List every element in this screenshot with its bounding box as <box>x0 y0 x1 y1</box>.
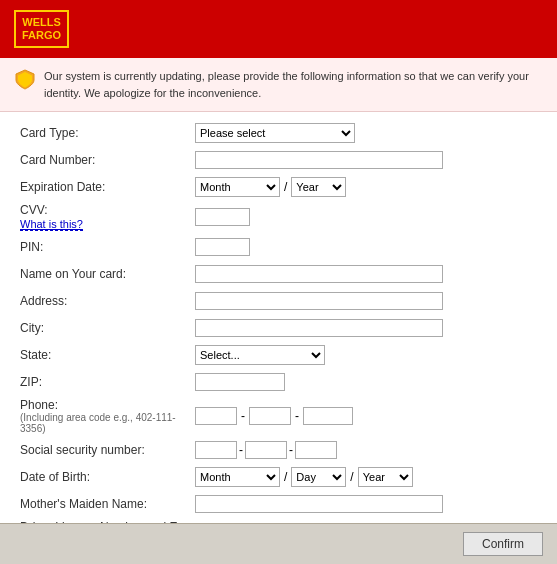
name-input[interactable] <box>195 265 443 283</box>
maiden-name-input[interactable] <box>195 495 443 513</box>
card-number-row: Card Number: <box>20 149 537 171</box>
dob-day-sep: / <box>350 470 353 484</box>
state-label: State: <box>20 348 195 362</box>
address-control <box>195 292 537 310</box>
expiration-date-label: Expiration Date: <box>20 180 195 194</box>
phone-prefix-input[interactable] <box>249 407 291 425</box>
ssn-part2-input[interactable] <box>245 441 287 459</box>
ssn-label: Social security number: <box>20 443 195 457</box>
card-type-select[interactable]: Please select Visa MasterCard Discover A… <box>195 123 355 143</box>
expiration-year-select[interactable]: Year 2024202520262027 202820292030 <box>291 177 346 197</box>
state-control: Select... AlabamaAlaskaArizona ArkansasC… <box>195 345 537 365</box>
confirm-button[interactable]: Confirm <box>463 532 543 556</box>
city-row: City: <box>20 317 537 339</box>
main-dialog: WELLS FARGO Our system is currently upda… <box>0 0 557 564</box>
expiration-date-row: Expiration Date: Month JanuaryFebruaryMa… <box>20 176 537 198</box>
notice-banner: Our system is currently updating, please… <box>0 58 557 112</box>
card-type-control: Please select Visa MasterCard Discover A… <box>195 123 537 143</box>
card-type-row: Card Type: Please select Visa MasterCard… <box>20 122 537 144</box>
ssn-sep2: - <box>289 443 293 457</box>
expiration-month-select[interactable]: Month JanuaryFebruaryMarch AprilMayJune … <box>195 177 280 197</box>
name-control <box>195 265 537 283</box>
form-body: Card Type: Please select Visa MasterCard… <box>0 112 557 523</box>
exp-date-separator: / <box>284 180 287 194</box>
logo-line2: FARGO <box>22 29 61 42</box>
dob-row: Date of Birth: Month JanuaryFebruaryMarc… <box>20 466 537 488</box>
logo-line1: WELLS <box>22 16 61 29</box>
name-row: Name on Your card: <box>20 263 537 285</box>
card-number-control <box>195 151 537 169</box>
header: WELLS FARGO <box>0 0 557 58</box>
pin-row: PIN: <box>20 236 537 258</box>
dob-year-select[interactable]: Year 1940195019601970 1980199020002005 <box>358 467 413 487</box>
ssn-row: Social security number: - - <box>20 439 537 461</box>
maiden-name-row: Mother's Maiden Name: <box>20 493 537 515</box>
dob-label: Date of Birth: <box>20 470 195 484</box>
dob-control: Month JanuaryFebruaryMarch AprilMayJune … <box>195 467 537 487</box>
cvv-control <box>195 208 537 226</box>
cvv-row: CVV: What is this? <box>20 203 537 231</box>
address-label: Address: <box>20 294 195 308</box>
dob-month-sep: / <box>284 470 287 484</box>
state-row: State: Select... AlabamaAlaskaArizona Ar… <box>20 344 537 366</box>
notice-text: Our system is currently updating, please… <box>44 68 543 101</box>
card-number-input[interactable] <box>195 151 443 169</box>
cvv-label-container: CVV: What is this? <box>20 203 195 231</box>
phone-label: Phone: <box>20 398 195 412</box>
pin-label: PIN: <box>20 240 195 254</box>
zip-input[interactable] <box>195 373 285 391</box>
dob-month-select[interactable]: Month JanuaryFebruaryMarch AprilMayJune … <box>195 467 280 487</box>
phone-control: - - <box>195 407 537 425</box>
ssn-sep1: - <box>239 443 243 457</box>
city-input[interactable] <box>195 319 443 337</box>
ssn-part3-input[interactable] <box>295 441 337 459</box>
address-input[interactable] <box>195 292 443 310</box>
phone-sep2: - <box>295 409 299 423</box>
maiden-name-control <box>195 495 537 513</box>
pin-input[interactable] <box>195 238 250 256</box>
shield-icon <box>14 68 36 90</box>
card-number-label: Card Number: <box>20 153 195 167</box>
city-label: City: <box>20 321 195 335</box>
state-select[interactable]: Select... AlabamaAlaskaArizona ArkansasC… <box>195 345 325 365</box>
card-type-label: Card Type: <box>20 126 195 140</box>
footer: Confirm <box>0 523 557 564</box>
zip-label: ZIP: <box>20 375 195 389</box>
wells-fargo-logo: WELLS FARGO <box>14 10 69 48</box>
phone-sublabel: (Including area code e.g., 402-111-3356) <box>20 412 195 434</box>
city-control <box>195 319 537 337</box>
pin-control <box>195 238 537 256</box>
address-row: Address: <box>20 290 537 312</box>
cvv-label: CVV: <box>20 203 195 217</box>
phone-row: Phone: (Including area code e.g., 402-11… <box>20 398 537 434</box>
cvv-link[interactable]: What is this? <box>20 218 83 231</box>
cvv-input[interactable] <box>195 208 250 226</box>
phone-area-input[interactable] <box>195 407 237 425</box>
dob-day-select[interactable]: Day 12345 678910 1112131415 1617181920 2… <box>291 467 346 487</box>
ssn-part1-input[interactable] <box>195 441 237 459</box>
maiden-name-label: Mother's Maiden Name: <box>20 497 195 511</box>
zip-control <box>195 373 537 391</box>
name-label: Name on Your card: <box>20 267 195 281</box>
phone-label-container: Phone: (Including area code e.g., 402-11… <box>20 398 195 434</box>
zip-row: ZIP: <box>20 371 537 393</box>
expiration-date-control: Month JanuaryFebruaryMarch AprilMayJune … <box>195 177 537 197</box>
ssn-control: - - <box>195 441 537 459</box>
phone-sep1: - <box>241 409 245 423</box>
phone-number-input[interactable] <box>303 407 353 425</box>
